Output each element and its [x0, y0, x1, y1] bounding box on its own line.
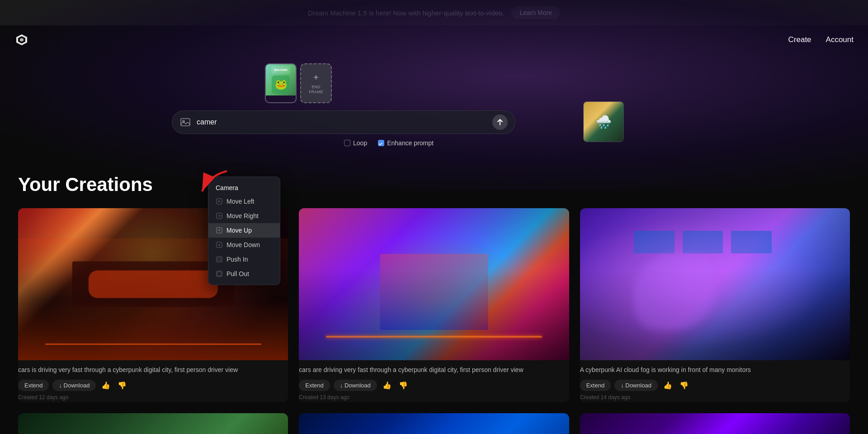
enhance-option[interactable]: Enhance prompt	[378, 139, 434, 147]
header-right: Create Account	[788, 35, 854, 44]
logo[interactable]	[14, 33, 29, 47]
camera-menu-move-up[interactable]: Move Up	[208, 223, 280, 238]
svg-rect-7	[218, 258, 221, 261]
end-frame-card[interactable]: + ENDFRAME	[300, 63, 332, 103]
creations-section: Your Creations cars is driving very fast…	[0, 174, 868, 434]
dislike-button-3[interactable]: 👎	[678, 379, 690, 391]
partial-thumb-2	[299, 413, 569, 434]
partial-card-1[interactable]	[18, 413, 288, 434]
video-actions-2: Extend ↓ Download 👍 👎	[299, 379, 569, 391]
move-up-icon	[216, 227, 223, 234]
loop-label: Loop	[353, 139, 367, 147]
video-card-3: A cyberpunk AI cloud fog is working in f…	[580, 208, 850, 402]
video-info-1: cars is driving very fast through a cybe…	[18, 360, 288, 402]
image-upload-icon[interactable]	[179, 116, 191, 128]
header: Create Account	[0, 25, 868, 54]
video-info-2: cars are driving very fast through a cyb…	[299, 360, 569, 402]
download-button-1[interactable]: ↓ Download	[52, 380, 96, 391]
creation-area: WAGMI 🐸 + ENDFRAME	[18, 63, 850, 147]
enhance-label: Enhance prompt	[387, 139, 434, 147]
options-row: Loop Enhance prompt	[344, 139, 434, 147]
extend-button-3[interactable]: Extend	[580, 380, 611, 391]
video-desc-3: A cyberpunk AI cloud fog is working in f…	[580, 366, 850, 375]
video-thumbnail-2[interactable]	[299, 208, 569, 360]
loop-option[interactable]: Loop	[344, 139, 367, 147]
move-up-label: Move Up	[226, 227, 252, 234]
start-frame-card[interactable]: WAGMI 🐸	[265, 63, 297, 103]
like-button-1[interactable]: 👍	[99, 379, 112, 391]
move-left-icon	[216, 198, 223, 205]
camera-menu-pull-out[interactable]: Pull Out	[208, 267, 280, 281]
camera-menu-move-left[interactable]: Move Left	[208, 194, 280, 209]
prompt-row	[172, 110, 515, 134]
video-date-2: Created 13 days ago	[299, 394, 569, 401]
end-frame-plus-icon: +	[313, 72, 319, 83]
svg-rect-9	[217, 272, 221, 276]
video-grid-partial	[18, 413, 850, 434]
dislike-button-1[interactable]: 👎	[116, 379, 128, 391]
video-desc-1: cars is driving very fast through a cybe…	[18, 366, 288, 375]
like-button-3[interactable]: 👍	[661, 379, 674, 391]
video-date-3: Created 14 days ago	[580, 394, 850, 401]
account-link[interactable]: Account	[826, 35, 854, 44]
wagmi-label: WAGMI	[271, 66, 291, 74]
video-card-2: cars are driving very fast through a cyb…	[299, 208, 569, 402]
svg-rect-6	[217, 257, 222, 262]
download-button-3[interactable]: ↓ Download	[614, 380, 658, 391]
camera-dropdown-menu: Camera Move Left Move Right	[208, 176, 280, 285]
prompt-input[interactable]	[197, 118, 487, 126]
frames-row: WAGMI 🐸 + ENDFRAME	[265, 63, 332, 103]
extend-button-1[interactable]: Extend	[18, 380, 49, 391]
main-content: WAGMI 🐸 + ENDFRAME	[0, 54, 868, 156]
dislike-button-2[interactable]: 👎	[397, 379, 410, 391]
partial-thumb-3	[580, 413, 850, 434]
move-right-label: Move Right	[226, 212, 259, 219]
move-left-label: Move Left	[226, 198, 254, 205]
enhance-checkbox[interactable]	[378, 140, 384, 146]
video-desc-2: cars are driving very fast through a cyb…	[299, 366, 569, 375]
move-down-icon	[216, 241, 223, 248]
end-frame-label: ENDFRAME	[309, 85, 323, 95]
video-actions-3: Extend ↓ Download 👍 👎	[580, 379, 850, 391]
like-button-2[interactable]: 👍	[381, 379, 393, 391]
learn-more-button[interactable]: Learn More	[511, 6, 560, 19]
prompt-submit-button[interactable]	[492, 114, 508, 130]
camera-menu-title: Camera	[208, 181, 280, 194]
partial-card-3[interactable]	[580, 413, 850, 434]
camera-menu-move-right[interactable]: Move Right	[208, 209, 280, 223]
pull-out-icon	[216, 270, 223, 277]
wagmi-thumbnail: WAGMI 🐸	[266, 64, 296, 95]
push-in-label: Push In	[226, 256, 248, 263]
move-down-label: Move Down	[226, 241, 260, 248]
pull-out-label: Pull Out	[226, 270, 249, 277]
reference-image-preview: 🌧️	[583, 101, 624, 142]
move-right-icon	[216, 212, 223, 219]
video-grid: cars is driving very fast through a cybe…	[18, 208, 850, 402]
video-date-1: Created 12 days ago	[18, 394, 288, 401]
camera-menu-push-in[interactable]: Push In	[208, 252, 280, 267]
video-info-3: A cyberpunk AI cloud fog is working in f…	[580, 360, 850, 402]
announcement-bar: Dream Machine 1.5 is here! Now with high…	[0, 0, 868, 25]
download-button-2[interactable]: ↓ Download	[334, 380, 377, 391]
create-link[interactable]: Create	[788, 35, 811, 44]
camera-menu-move-down[interactable]: Move Down	[208, 238, 280, 252]
extend-button-2[interactable]: Extend	[299, 380, 330, 391]
video-thumbnail-3[interactable]	[580, 208, 850, 360]
svg-rect-0	[181, 119, 190, 126]
creations-title: Your Creations	[18, 174, 850, 196]
loop-checkbox[interactable]	[344, 140, 350, 146]
push-in-icon	[216, 256, 223, 263]
announcement-text: Dream Machine 1.5 is here! Now with high…	[308, 9, 504, 17]
video-actions-1: Extend ↓ Download 👍 👎	[18, 379, 288, 391]
partial-thumb-1	[18, 413, 288, 434]
partial-card-2[interactable]	[299, 413, 569, 434]
